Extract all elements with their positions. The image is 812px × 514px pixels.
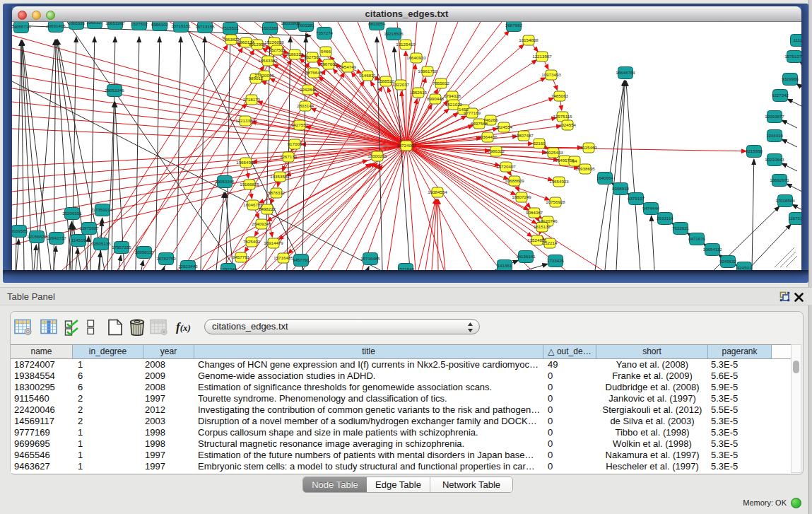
svg-text:16713155: 16713155: [195, 24, 215, 29]
svg-text:14353584: 14353584: [270, 174, 290, 179]
svg-text:9327503: 9327503: [269, 47, 286, 52]
svg-text:8186323: 8186323: [286, 52, 304, 57]
svg-text:1603380: 1603380: [261, 25, 279, 30]
svg-text:6379197: 6379197: [628, 196, 645, 201]
svg-text:15720407: 15720407: [496, 164, 516, 169]
svg-text:3939585: 3939585: [12, 228, 28, 233]
svg-text:24055714: 24055714: [12, 24, 31, 29]
svg-text:10688609: 10688609: [505, 178, 524, 183]
svg-text:1292344: 1292344: [220, 267, 237, 270]
svg-text:3215958: 3215958: [746, 148, 763, 153]
svg-text:15751074: 15751074: [784, 54, 801, 59]
svg-text:19654953: 19654953: [236, 160, 256, 165]
svg-text:9115460: 9115460: [580, 145, 597, 150]
svg-text:10719151: 10719151: [171, 23, 191, 28]
svg-text:19218506: 19218506: [384, 31, 404, 36]
svg-text:917006: 917006: [288, 141, 302, 146]
svg-text:10654112: 10654112: [702, 247, 722, 252]
svg-text:12125419: 12125419: [396, 42, 416, 47]
svg-text:10653267: 10653267: [105, 22, 125, 25]
svg-text:1615132: 1615132: [534, 224, 551, 229]
svg-text:12505135: 12505135: [91, 241, 111, 246]
svg-text:10973493: 10973493: [541, 72, 561, 77]
svg-text:7625402: 7625402: [243, 239, 261, 244]
svg-text:8471676: 8471676: [688, 236, 706, 241]
svg-text:989012: 989012: [249, 76, 264, 81]
svg-text:12975115: 12975115: [553, 114, 572, 119]
svg-text:7955812: 7955812: [433, 81, 450, 86]
svg-text:19654923: 19654923: [549, 179, 569, 184]
svg-text:13692971: 13692971: [770, 177, 789, 182]
svg-text:1571648: 1571648: [397, 267, 415, 270]
svg-text:1024554: 1024554: [559, 122, 577, 127]
svg-text:1498222: 1498222: [259, 206, 276, 211]
svg-text:14136141: 14136141: [516, 254, 536, 259]
svg-text:10025433: 10025433: [543, 150, 563, 155]
svg-text:16782759: 16782759: [156, 256, 176, 261]
svg-text:15716485: 15716485: [360, 256, 380, 261]
svg-text:8938918: 8938918: [612, 186, 630, 191]
svg-text:10961758: 10961758: [418, 69, 437, 74]
svg-text:9084067: 9084067: [526, 210, 543, 215]
svg-text:1362615: 1362615: [410, 90, 428, 95]
svg-text:29053346: 29053346: [215, 179, 235, 184]
svg-text:17957255: 17957255: [112, 245, 131, 250]
svg-text:1640954: 1640954: [596, 175, 614, 180]
svg-text:8454749: 8454749: [339, 64, 357, 69]
svg-text:1621022: 1621022: [445, 102, 463, 107]
svg-text:9777169: 9777169: [464, 110, 481, 115]
svg-text:18300295: 18300295: [367, 153, 387, 158]
svg-text:1167533: 1167533: [788, 216, 801, 221]
svg-text:12213967: 12213967: [532, 54, 552, 59]
svg-text:10756928: 10756928: [546, 199, 565, 204]
svg-text:1065326: 1065326: [68, 22, 86, 25]
svg-text:9457791: 9457791: [233, 255, 250, 259]
svg-text:13226058: 13226058: [264, 40, 284, 45]
svg-text:9327502: 9327502: [304, 54, 322, 59]
svg-text:6794028: 6794028: [444, 93, 461, 98]
svg-text:8912958: 8912958: [249, 42, 266, 47]
svg-text:141361: 141361: [498, 263, 512, 268]
svg-text:17359914: 17359914: [93, 207, 112, 212]
svg-text:8990448: 8990448: [427, 96, 445, 101]
svg-text:8813054: 8813054: [368, 22, 386, 26]
svg-text:15716485: 15716485: [273, 255, 293, 260]
svg-text:18807249: 18807249: [512, 194, 531, 199]
svg-text:10807487: 10807487: [514, 133, 534, 138]
svg-text:7357274: 7357274: [316, 30, 334, 35]
svg-text:7632621: 7632621: [672, 226, 690, 230]
svg-text:16648784: 16648784: [616, 70, 635, 75]
svg-text:16640910: 16640910: [406, 55, 426, 60]
svg-text:9227342: 9227342: [772, 93, 789, 98]
svg-text:2687682: 2687682: [505, 23, 523, 28]
svg-text:29053346: 29053346: [105, 88, 124, 93]
svg-text:1112: 1112: [794, 37, 801, 42]
svg-text:62160: 62160: [533, 141, 546, 146]
svg-text:2718179: 2718179: [243, 97, 261, 102]
svg-text:746266: 746266: [483, 117, 498, 122]
svg-text:1244419: 1244419: [766, 133, 784, 138]
svg-text:2933114: 2933114: [657, 216, 673, 221]
svg-text:12942737: 12942737: [47, 235, 66, 240]
svg-text:13975887: 13975887: [79, 226, 99, 230]
svg-text:5466: 5466: [321, 49, 331, 54]
svg-text:64: 64: [572, 158, 577, 163]
svg-text:20364436: 20364436: [478, 134, 498, 139]
svg-text:2967608: 2967608: [320, 62, 338, 66]
svg-text:10120746: 10120746: [538, 218, 558, 223]
svg-text:924501: 924501: [737, 265, 752, 270]
svg-text:2803144: 2803144: [297, 103, 314, 108]
svg-text:114519: 114519: [71, 238, 86, 243]
svg-text:9242848: 9242848: [300, 87, 317, 92]
svg-text:12093877: 12093877: [765, 114, 784, 119]
svg-text:26409345: 26409345: [252, 221, 271, 226]
svg-text:9329966: 9329966: [782, 76, 799, 81]
svg-text:16543382: 16543382: [258, 58, 278, 63]
svg-text:10210643: 10210643: [765, 157, 784, 162]
svg-text:17016504: 17016504: [775, 198, 795, 203]
svg-text:9427552: 9427552: [291, 122, 309, 127]
svg-text:1065327: 1065327: [86, 22, 104, 25]
svg-text:3624554: 3624554: [495, 124, 513, 129]
svg-text:6966102: 6966102: [151, 22, 169, 27]
svg-text:7986322: 7986322: [488, 148, 505, 153]
